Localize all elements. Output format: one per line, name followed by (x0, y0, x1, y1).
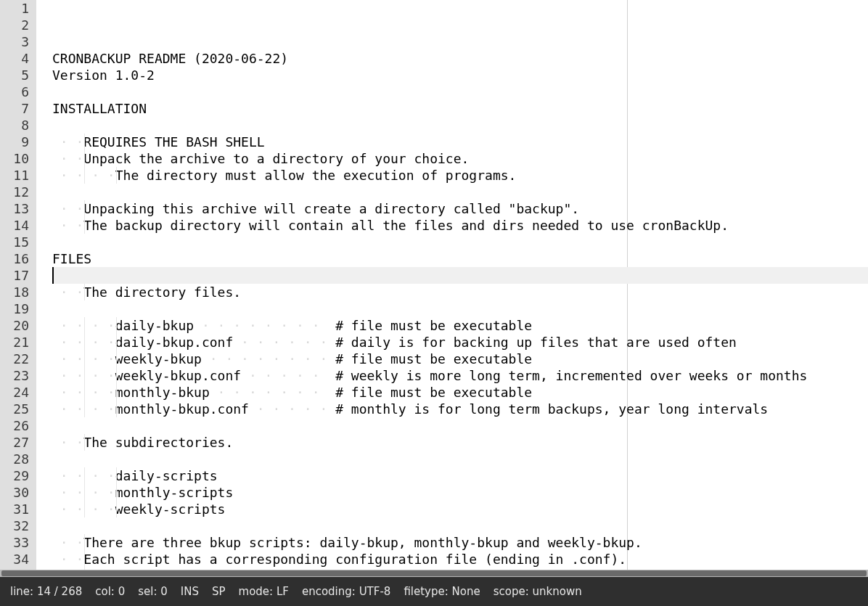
editor-line[interactable]: · ·The directory files. (52, 284, 868, 300)
line-number: 11 (0, 167, 29, 184)
text-editor: 1234567891011121314151617181920212223242… (0, 0, 868, 606)
editor-line[interactable]: · ·The backup directory will contain all… (52, 217, 868, 234)
editor-line[interactable]: CRONBACKUP README (2020-06-22) (52, 50, 868, 67)
line-number: 25 (0, 401, 29, 417)
line-number: 16 (0, 250, 29, 267)
editor-line[interactable]: · · · ·daily-bkup · · · · · · · · # file… (52, 317, 868, 334)
line-number: 12 (0, 184, 29, 200)
line-number: 30 (0, 484, 29, 501)
editor-line[interactable]: Version 1.0-2 (52, 67, 868, 83)
editor-line[interactable]: · ·Each script has a corresponding confi… (52, 551, 868, 568)
editor-line[interactable] (52, 234, 868, 250)
status-col: col: 0 (95, 585, 125, 598)
line-number: 27 (0, 434, 29, 451)
line-number: 7 (0, 100, 29, 117)
editor-line[interactable] (52, 184, 868, 200)
line-number: 18 (0, 284, 29, 300)
editor-line[interactable]: · · · ·monthly-bkup.conf · · · · · # mon… (52, 401, 868, 417)
editor-line[interactable]: · · · ·weekly-scripts (52, 501, 868, 517)
editor-line[interactable]: · ·REQUIRES THE BASH SHELL (52, 134, 868, 150)
editor-body[interactable]: 1234567891011121314151617181920212223242… (0, 0, 868, 570)
line-number: 32 (0, 517, 29, 534)
line-number: 24 (0, 384, 29, 401)
line-number: 28 (0, 451, 29, 467)
line-number: 6 (0, 83, 29, 100)
line-number: 13 (0, 200, 29, 217)
line-number-gutter: 1234567891011121314151617181920212223242… (0, 0, 36, 570)
status-bar: line: 14 / 268 col: 0 sel: 0 INS SP mode… (0, 577, 868, 606)
editor-line[interactable]: · · · ·daily-bkup.conf · · · · · · # dai… (52, 334, 868, 351)
editor-line[interactable] (52, 451, 868, 467)
line-number: 4 (0, 50, 29, 67)
line-number: 19 (0, 300, 29, 317)
editor-line[interactable]: · · · ·daily-scripts (52, 467, 868, 484)
line-number: 33 (0, 534, 29, 551)
status-insert-mode: INS (181, 585, 199, 598)
line-number: 9 (0, 134, 29, 150)
status-tab-mode: SP (212, 585, 226, 598)
editor-line[interactable] (52, 83, 868, 100)
line-number: 20 (0, 317, 29, 334)
editor-line[interactable]: · · · ·weekly-bkup.conf · · · · · # week… (52, 367, 868, 384)
status-eol-mode: mode: LF (239, 585, 289, 598)
editor-line[interactable]: · · · ·monthly-bkup · · · · · · · # file… (52, 384, 868, 401)
line-number: 8 (0, 117, 29, 134)
editor-line[interactable] (52, 517, 868, 534)
editor-line[interactable]: INSTALLATION (52, 100, 868, 117)
line-number: 23 (0, 367, 29, 384)
line-number: 22 (0, 351, 29, 367)
line-number: 21 (0, 334, 29, 351)
status-encoding: encoding: UTF-8 (302, 585, 390, 598)
editor-line[interactable]: · ·There are three bkup scripts: daily-b… (52, 534, 868, 551)
status-line: line: 14 / 268 (10, 585, 82, 598)
line-number: 14 (0, 217, 29, 234)
line-number: 1 (0, 0, 29, 17)
editor-line[interactable] (52, 417, 868, 434)
status-scope: scope: unknown (494, 585, 582, 598)
horizontal-scrollbar[interactable] (0, 570, 868, 577)
editor-line[interactable]: · · · ·monthly-scripts (52, 484, 868, 501)
line-number: 29 (0, 467, 29, 484)
line-number: 5 (0, 67, 29, 83)
line-number: 31 (0, 501, 29, 517)
editor-line[interactable]: · · · ·weekly-bkup · · · · · · · · # fil… (52, 351, 868, 367)
line-number: 10 (0, 150, 29, 167)
editor-line[interactable] (52, 267, 868, 284)
editor-line[interactable]: · ·Unpack the archive to a directory of … (52, 150, 868, 167)
editor-line[interactable] (52, 300, 868, 317)
editor-line[interactable]: · ·Unpacking this archive will create a … (52, 200, 868, 217)
editor-line[interactable]: FILES (52, 250, 868, 267)
line-number: 17 (0, 267, 29, 284)
editor-content[interactable]: CRONBACKUP README (2020-06-22)Version 1.… (36, 0, 868, 570)
editor-line[interactable] (52, 117, 868, 134)
status-filetype: filetype: None (404, 585, 480, 598)
line-number: 2 (0, 17, 29, 33)
horizontal-scrollbar-thumb[interactable] (1, 570, 867, 576)
line-number: 3 (0, 33, 29, 50)
status-sel: sel: 0 (138, 585, 168, 598)
line-number: 34 (0, 551, 29, 568)
text-cursor (52, 267, 54, 284)
editor-line[interactable]: · · · ·The directory must allow the exec… (52, 167, 868, 184)
editor-line[interactable]: · ·The subdirectories. (52, 434, 868, 451)
line-number: 26 (0, 417, 29, 434)
line-number: 15 (0, 234, 29, 250)
